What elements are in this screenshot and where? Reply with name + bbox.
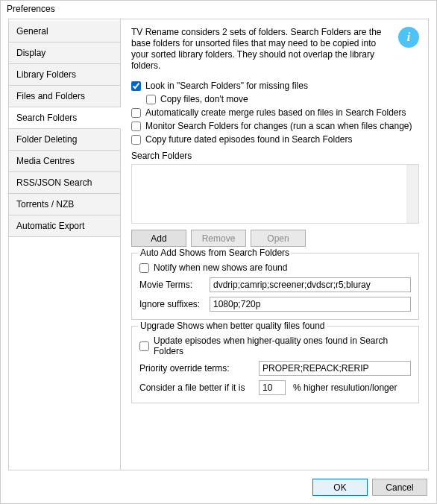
label-auto-merge: Automatically create merge rules based o…	[145, 107, 406, 118]
checkbox-notify[interactable]	[139, 263, 149, 273]
description-text: TV Rename considers 2 sets of folders. S…	[131, 27, 392, 72]
input-movie-terms[interactable]	[210, 277, 411, 292]
label-consider-suffix: % higher resulution/longer	[293, 382, 397, 393]
label-consider-better: Consider a file better if it is	[139, 382, 251, 393]
label-copy-not-move: Copy files, don't move	[160, 94, 248, 104]
option-look-in[interactable]: Look in "Search Folders" for missing fil…	[131, 81, 419, 91]
label-look-in: Look in "Search Folders" for missing fil…	[145, 81, 308, 91]
open-button[interactable]: Open	[251, 230, 306, 247]
input-consider-percent[interactable]	[259, 380, 286, 395]
label-movie-terms: Movie Terms:	[139, 280, 202, 290]
option-copy-future[interactable]: Copy future dated episodes found in Sear…	[131, 134, 419, 145]
input-ignore-suffixes[interactable]	[210, 297, 411, 312]
tab-display[interactable]: Display	[9, 42, 120, 64]
info-icon[interactable]: i	[398, 27, 419, 48]
tab-general[interactable]: General	[9, 21, 120, 42]
option-notify-new-shows[interactable]: Notify when new shows are found	[139, 262, 411, 273]
checkbox-look-in[interactable]	[131, 81, 141, 91]
checkbox-copy-future[interactable]	[131, 135, 141, 145]
group-upgrade: Upgrade Shows when better quality files …	[131, 326, 419, 403]
label-priority-terms: Priority override terms:	[139, 363, 251, 374]
checkbox-copy-not-move[interactable]	[146, 95, 156, 104]
option-update-higher-quality[interactable]: Update episodes when higher-quality ones…	[139, 336, 411, 356]
preferences-window: Preferences General Display Library Fold…	[0, 0, 437, 504]
cancel-button[interactable]: Cancel	[372, 479, 427, 496]
tab-folder-deleting[interactable]: Folder Deleting	[9, 129, 120, 151]
label-update-hq: Update episodes when higher-quality ones…	[154, 336, 411, 356]
dialog-footer: OK Cancel	[312, 479, 427, 496]
label-ignore-suffixes: Ignore suffixes:	[139, 299, 202, 309]
group-upgrade-title: Upgrade Shows when better quality files …	[138, 321, 327, 331]
checkbox-auto-merge[interactable]	[131, 108, 141, 118]
tab-media-centres[interactable]: Media Centres	[9, 151, 120, 172]
group-auto-add: Auto Add Shows from Search Folders Notif…	[131, 253, 419, 320]
tab-torrents-nzb[interactable]: Torrents / NZB	[9, 194, 120, 215]
content-frame: General Display Library Folders Files an…	[8, 19, 429, 470]
group-auto-add-title: Auto Add Shows from Search Folders	[138, 248, 292, 258]
scroll-up-icon[interactable]: ▴	[412, 167, 416, 174]
label-monitor: Monitor Search Folders for changes (run …	[145, 121, 412, 131]
tab-automatic-export[interactable]: Automatic Export	[9, 215, 120, 237]
option-copy-not-move[interactable]: Copy files, don't move	[146, 94, 419, 104]
checkbox-monitor[interactable]	[131, 122, 141, 131]
tab-rss-json-search[interactable]: RSS/JSON Search	[9, 172, 120, 194]
tab-library-folders[interactable]: Library Folders	[9, 64, 120, 86]
label-notify: Notify when new shows are found	[154, 262, 287, 273]
tab-list: General Display Library Folders Files an…	[9, 19, 121, 470]
option-auto-merge[interactable]: Automatically create merge rules based o…	[131, 107, 419, 118]
remove-button[interactable]: Remove	[191, 230, 246, 247]
search-folders-label: Search Folders	[131, 151, 419, 161]
label-copy-future: Copy future dated episodes found in Sear…	[145, 134, 353, 145]
ok-button[interactable]: OK	[312, 479, 368, 496]
tab-files-and-folders[interactable]: Files and Folders	[9, 86, 120, 107]
input-priority-terms[interactable]	[259, 361, 411, 376]
tab-search-folders[interactable]: Search Folders	[9, 107, 121, 129]
panel-search-folders: TV Rename considers 2 sets of folders. S…	[121, 19, 428, 470]
checkbox-update-hq[interactable]	[139, 341, 149, 351]
search-folders-list[interactable]: ▴	[131, 164, 419, 224]
window-title: Preferences	[1, 1, 436, 19]
add-button[interactable]: Add	[131, 230, 186, 247]
option-monitor[interactable]: Monitor Search Folders for changes (run …	[131, 121, 419, 131]
